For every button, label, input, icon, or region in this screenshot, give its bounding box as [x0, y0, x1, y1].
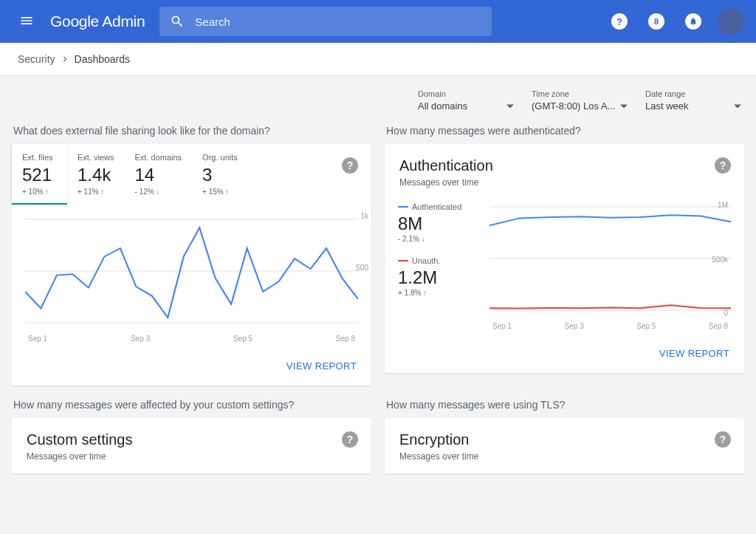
chevron-right-icon — [60, 54, 70, 64]
encryption-section: How many messages were using TLS? ? Encr… — [385, 399, 744, 473]
card-header: Encryption Messages over time — [385, 418, 744, 466]
filter-timezone[interactable]: Time zone (GMT-8:00) Los A... — [532, 89, 628, 112]
dashboard-grid: What does external file sharing look lik… — [0, 116, 756, 482]
filter-label: Domain — [418, 89, 514, 98]
encryption-card: ? Encryption Messages over time — [385, 418, 744, 473]
section-question: How many messages were affected by your … — [12, 399, 371, 411]
card-subtitle: Messages over time — [399, 177, 729, 188]
logo: Google Admin — [50, 13, 145, 30]
help-icon[interactable]: ? — [342, 157, 358, 174]
header-actions: ? 8 — [607, 8, 744, 35]
legend-unauth: Unauth. 1.2M + 1.8% ↑ — [398, 253, 478, 297]
dropdown-icon — [620, 103, 628, 110]
person-icon: 8 — [648, 13, 664, 30]
help-icon[interactable]: ? — [715, 157, 731, 174]
logo-bold: Google — [50, 13, 99, 30]
x-axis-labels: Sep 1 Sep 3 Sep 5 Sep 8 — [489, 321, 731, 332]
tab-ext-domains[interactable]: Ext. domains 14 - 12% ↓ — [125, 144, 193, 205]
legend-authenticated: Authenticated 8M - 2.1% ↓ — [398, 199, 478, 243]
auth-card: ? Authentication Messages over time Auth… — [385, 144, 744, 373]
filter-value[interactable]: All domains — [418, 100, 514, 112]
dropdown-icon — [734, 103, 741, 110]
logo-light: Admin — [99, 13, 145, 30]
menu-button[interactable] — [12, 6, 41, 38]
breadcrumb-parent[interactable]: Security — [18, 53, 55, 65]
card-title: Encryption — [399, 431, 729, 448]
search-box[interactable] — [159, 7, 492, 36]
filter-label: Time zone — [532, 89, 628, 98]
card-header: Custom settings Messages over time — [12, 418, 371, 466]
line-chart-svg — [489, 199, 731, 318]
tab-org-units[interactable]: Org. units 3 + 15% ↑ — [192, 144, 248, 205]
sharing-section: What does external file sharing look lik… — [12, 125, 371, 386]
section-question: What does external file sharing look lik… — [12, 125, 371, 137]
help-icon[interactable]: ? — [342, 431, 358, 448]
custom-card: ? Custom settings Messages over time — [12, 418, 371, 473]
filter-domain[interactable]: Domain All domains — [418, 89, 514, 112]
bell-icon — [685, 13, 701, 30]
card-subtitle: Messages over time — [399, 451, 729, 462]
card-subtitle: Messages over time — [27, 451, 357, 462]
legend-line-icon — [398, 260, 408, 261]
auth-body: Authenticated 8M - 2.1% ↓ Unauth. 1.2M +… — [385, 192, 744, 335]
view-report-row: VIEW REPORT — [12, 347, 371, 378]
avatar[interactable] — [718, 8, 744, 35]
help-button[interactable]: ? — [607, 9, 632, 34]
auth-section: How many messages were authenticated? ? … — [385, 125, 744, 386]
dropdown-icon — [506, 103, 514, 110]
filter-value[interactable]: Last week — [645, 100, 741, 112]
card-title: Custom settings — [27, 431, 357, 448]
breadcrumb: Security Dashboards — [0, 43, 756, 76]
help-icon: ? — [611, 13, 628, 30]
tab-ext-views[interactable]: Ext. views 1.4k + 11% ↑ — [67, 144, 125, 205]
account-button[interactable]: 8 — [644, 9, 669, 34]
legend-line-icon — [398, 206, 408, 208]
card-title: Authentication — [399, 157, 729, 174]
view-report-row: VIEW REPORT — [385, 335, 744, 366]
custom-section: How many messages were affected by your … — [12, 399, 371, 473]
help-icon[interactable]: ? — [715, 431, 731, 448]
view-report-link[interactable]: VIEW REPORT — [286, 360, 357, 372]
search-icon — [170, 14, 185, 29]
section-question: How many messages were using TLS? — [385, 399, 744, 411]
notifications-button[interactable] — [681, 9, 706, 34]
filter-daterange[interactable]: Date range Last week — [645, 89, 741, 112]
filter-label: Date range — [645, 89, 741, 98]
filter-value[interactable]: (GMT-8:00) Los A... — [532, 100, 628, 112]
tab-ext-files[interactable]: Ext. files 521 + 10% ↑ — [12, 144, 67, 205]
hamburger-icon — [19, 13, 34, 28]
line-chart-svg — [25, 212, 358, 330]
app-header: Google Admin ? 8 — [0, 0, 756, 43]
x-axis-labels: Sep 1 Sep 3 Sep 5 Sep 8 — [25, 333, 358, 344]
sharing-tabs: Ext. files 521 + 10% ↑ Ext. views 1.4k +… — [12, 144, 371, 205]
auth-legend: Authenticated 8M - 2.1% ↓ Unauth. 1.2M +… — [398, 199, 478, 332]
breadcrumb-current: Dashboards — [75, 53, 131, 65]
sharing-card: ? Ext. files 521 + 10% ↑ Ext. views 1.4k… — [12, 144, 371, 386]
auth-chart: 1M 500k 0 Sep 1 Sep 3 Sep 5 Sep 8 — [489, 199, 731, 332]
card-header: Authentication Messages over time — [385, 144, 744, 192]
search-input[interactable] — [195, 16, 481, 28]
section-question: How many messages were authenticated? — [385, 125, 744, 137]
filters-row: Domain All domains Time zone (GMT-8:00) … — [0, 76, 756, 116]
view-report-link[interactable]: VIEW REPORT — [659, 348, 729, 359]
sharing-chart: 1k 500 Sep 1 Sep 3 Sep 5 Sep 8 — [12, 205, 371, 347]
